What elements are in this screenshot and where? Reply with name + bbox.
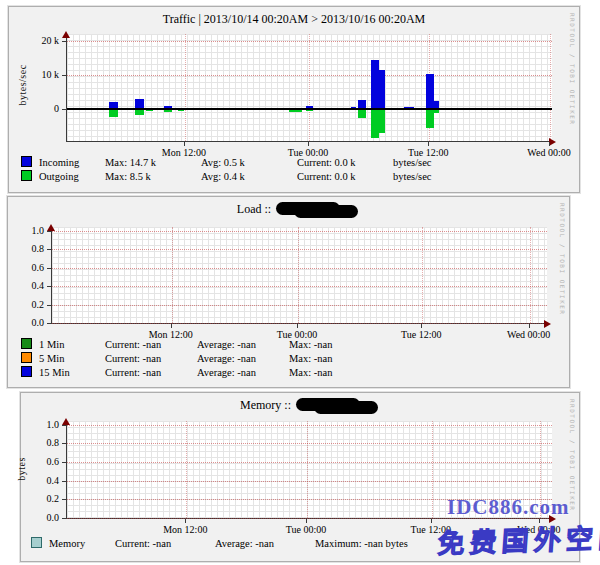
redaction-blob (276, 202, 340, 215)
y-tick-mark (47, 231, 51, 232)
major-gridline (67, 518, 552, 519)
y-tick-mark (62, 462, 66, 463)
x-tick-mark (549, 142, 550, 146)
traffic-graph-panel: Traffic | 2013/10/14 00:20AM > 2013/10/1… (8, 6, 580, 193)
x-tick-mark (421, 324, 422, 328)
x-tick-mark (539, 519, 540, 523)
x-tick-label: Tue 00:00 (277, 329, 317, 340)
major-gridline (52, 286, 547, 287)
major-gridline (540, 421, 541, 518)
legend-stat: Max: 8.5 k (105, 170, 201, 183)
legend-stat: Max: -nan (289, 366, 381, 379)
traffic-bar-outgoing (358, 109, 366, 118)
x-tick-mark (185, 519, 186, 523)
legend-stat: Current: -nan (115, 537, 215, 550)
major-gridline (52, 323, 547, 324)
y-tick-label: 10 k (9, 69, 59, 80)
y-tick-mark (62, 443, 66, 444)
legend-row: MemoryCurrent: -nanAverage: -nanMaximum:… (31, 537, 573, 550)
legend-series-label: 1 Min (39, 338, 105, 351)
major-gridline (67, 499, 552, 500)
y-tick-mark (62, 499, 66, 500)
y-tick-mark (47, 286, 51, 287)
legend-series-label: Memory (49, 537, 115, 550)
memory-legend: MemoryCurrent: -nanAverage: -nanMaximum:… (31, 537, 573, 551)
legend-swatch (21, 366, 32, 377)
traffic-bar-incoming (379, 70, 385, 109)
major-gridline (67, 462, 552, 463)
y-tick-mark (62, 109, 66, 110)
rrdtool-graphs-page: Traffic | 2013/10/14 00:20AM > 2013/10/1… (0, 0, 600, 565)
y-tick-label: 0.4 (21, 475, 59, 486)
memory-chart-title: Memory :: (21, 398, 579, 413)
legend-stat: Average: -nan (197, 352, 289, 365)
y-tick-label: 0.0 (8, 317, 44, 328)
y-tick-mark (47, 268, 51, 269)
x-tick-label: Tue 12:00 (401, 329, 441, 340)
legend-series-label: Incoming (39, 156, 105, 169)
y-tick-label: 0.2 (8, 299, 44, 310)
load-chart-title: Load :: (8, 202, 569, 217)
major-gridline (52, 268, 547, 269)
major-gridline (186, 421, 187, 518)
major-gridline (67, 443, 552, 444)
major-gridline (52, 249, 547, 250)
y-tick-mark (62, 41, 66, 42)
major-gridline (185, 34, 186, 141)
legend-swatch (21, 352, 32, 363)
x-tick-label: Mon 12:00 (149, 329, 193, 340)
y-tick-label: 0 (9, 103, 59, 114)
y-tick-label: 1.0 (8, 225, 44, 236)
legend-stat: bytes/sec (393, 170, 489, 183)
legend-stat: Maximum: -nan bytes (315, 537, 415, 550)
x-tick-label: Wed 00:00 (527, 147, 570, 158)
major-gridline (52, 305, 547, 306)
legend-swatch (21, 338, 32, 349)
legend-series-label: Outgoing (39, 170, 105, 183)
x-tick-mark (428, 142, 429, 146)
rrdtool-signature: RRDTOOL / TOBI OETIKER (569, 399, 576, 511)
y-tick-mark (47, 305, 51, 306)
x-tick-label: Wed 00:00 (517, 524, 560, 535)
x-tick-label: Wed 00:00 (507, 329, 550, 340)
y-tick-label: 0.4 (8, 280, 44, 291)
load-legend: 1 MinCurrent: -nanAverage: -nanMax: -nan… (21, 338, 563, 380)
legend-stat: Current: -nan (105, 366, 197, 379)
x-tick-mark (171, 324, 172, 328)
traffic-legend: IncomingMax: 14.7 kAvg: 0.5 kCurrent: 0.… (21, 156, 573, 184)
chart-title-text: Traffic | 2013/10/14 00:20AM > 2013/10/1… (163, 12, 426, 26)
y-axis-label: bytes/sec (17, 32, 29, 139)
y-tick-mark (62, 481, 66, 482)
legend-swatch (31, 537, 42, 548)
load-plot-area (51, 227, 547, 324)
x-tick-mark (308, 142, 309, 146)
y-tick-mark (62, 425, 66, 426)
x-tick-label: Tue 00:00 (288, 147, 328, 158)
major-gridline (432, 421, 433, 518)
major-gridline (550, 34, 551, 141)
major-gridline (422, 227, 423, 323)
redaction-blob (296, 398, 360, 411)
major-gridline (67, 481, 552, 482)
x-tick-mark (306, 519, 307, 523)
x-tick-mark (529, 324, 530, 328)
legend-stat: Avg: 0.4 k (201, 170, 297, 183)
traffic-plot-area (66, 34, 552, 142)
zero-axis-line (67, 108, 552, 110)
x-tick-label: Tue 12:00 (408, 147, 448, 158)
x-tick-mark (431, 519, 432, 523)
y-tick-label: 0.2 (21, 493, 59, 504)
x-tick-mark (297, 324, 298, 328)
traffic-bar-outgoing (379, 109, 385, 134)
x-tick-mark (184, 142, 185, 146)
x-tick-label: Mon 12:00 (162, 147, 206, 158)
legend-stat: Average: -nan (197, 366, 289, 379)
legend-swatch (21, 156, 32, 167)
y-tick-label: 20 k (9, 35, 59, 46)
rrdtool-signature: RRDTOOL / TOBI OETIKER (569, 13, 576, 125)
major-gridline (530, 227, 531, 323)
major-gridline (309, 34, 310, 141)
legend-row: OutgoingMax: 8.5 kAvg: 0.4 kCurrent: 0.0… (21, 170, 573, 183)
legend-stat: Max: -nan (289, 352, 381, 365)
load-graph-panel: Load :: RRDTOOL / TOBI OETIKER 1 MinCurr… (7, 196, 570, 388)
